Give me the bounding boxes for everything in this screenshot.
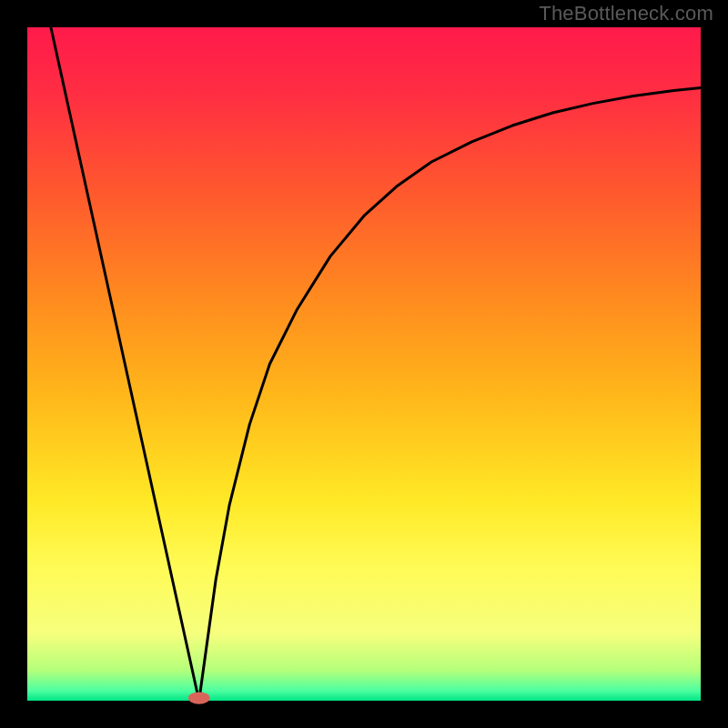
watermark: TheBottleneck.com [539,2,713,25]
chart-frame: TheBottleneck.com [0,0,728,728]
bottleneck-curve-plot [0,0,728,728]
